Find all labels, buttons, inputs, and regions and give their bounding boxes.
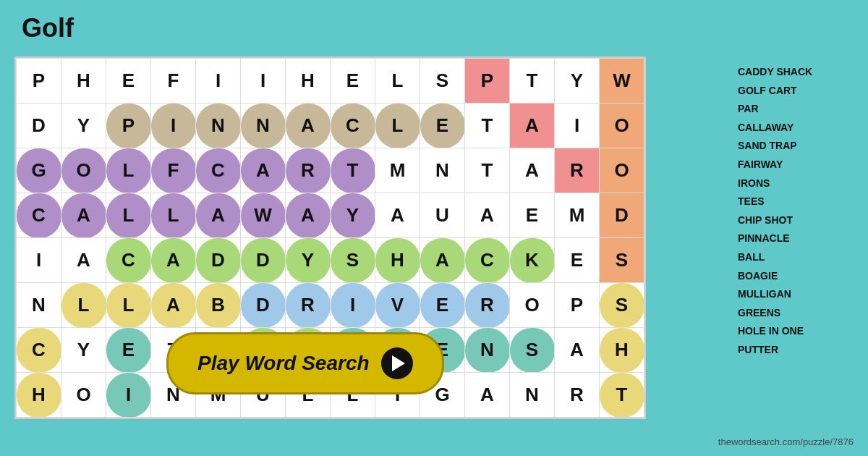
word-item: PINNACLE (738, 232, 854, 246)
grid-cell: C (331, 104, 375, 148)
grid-cell: L (106, 283, 151, 328)
grid-cell: H (17, 373, 61, 418)
word-item: BALL (738, 250, 854, 265)
grid-cell: C (17, 328, 61, 373)
word-item: GOLF CART (738, 84, 854, 98)
grid-cell: A (375, 193, 420, 238)
grid-cell: M (375, 148, 420, 193)
grid-cell: I (151, 104, 196, 148)
grid-cell: O (61, 373, 106, 418)
grid-cell: O (600, 148, 644, 193)
grid-cell: P (106, 104, 151, 148)
play-icon (381, 347, 413, 379)
grid-cell: A (510, 148, 555, 193)
grid-cell: W (600, 59, 644, 104)
grid-cell: S (331, 238, 375, 283)
grid-cell: H (286, 59, 331, 104)
grid-cell: T (331, 148, 375, 193)
grid-cell: E (331, 59, 375, 104)
grid-cell: L (106, 193, 151, 238)
grid-cell: Y (331, 193, 375, 238)
grid-cell: L (151, 193, 196, 238)
grid-cell: A (61, 238, 106, 283)
word-item: HOLE IN ONE (738, 324, 854, 339)
grid-cell: C (465, 238, 510, 283)
grid-cell: O (61, 148, 106, 193)
grid-cell: R (286, 148, 331, 193)
grid-cell: E (555, 238, 600, 283)
grid-cell: I (555, 104, 600, 148)
play-button[interactable]: Play Word Search (166, 332, 444, 394)
grid-cell: I (331, 283, 375, 328)
grid-cell: I (196, 59, 241, 104)
grid-cell: A (465, 193, 510, 238)
grid-cell: D (196, 238, 241, 283)
word-item: IRONS (738, 177, 854, 191)
word-item: PUTTER (738, 343, 854, 358)
grid-cell: A (196, 193, 241, 238)
grid-cell: Y (61, 104, 106, 148)
grid-cell: F (151, 148, 196, 193)
grid-cell: R (286, 283, 331, 328)
grid-cell: H (375, 238, 420, 283)
grid-cell: L (61, 283, 106, 328)
grid-cell: H (61, 59, 106, 104)
grid-cell: S (600, 283, 644, 328)
grid-cell: I (241, 59, 286, 104)
word-item: CADDY SHACK (738, 65, 854, 80)
grid-cell: P (555, 283, 600, 328)
grid-cell: C (106, 238, 151, 283)
grid-cell: A (465, 373, 510, 418)
grid-cell: C (196, 148, 241, 193)
grid-cell: F (151, 59, 196, 104)
grid-cell: L (106, 148, 151, 193)
grid-cell: D (17, 104, 61, 148)
grid-cell: A (151, 283, 196, 328)
grid-cell: S (600, 238, 644, 283)
grid-cell: O (510, 283, 555, 328)
grid-cell: K (510, 238, 555, 283)
play-button-label: Play Word Search (197, 352, 370, 375)
grid-cell: R (465, 283, 510, 328)
grid-cell: S (510, 328, 555, 373)
grid-cell: N (510, 373, 555, 418)
grid-cell: P (17, 59, 61, 104)
grid-cell: A (61, 193, 106, 238)
grid-cell: O (600, 104, 644, 148)
grid-cell: D (600, 193, 644, 238)
grid-cell: L (375, 59, 420, 104)
word-item: CALLAWAY (738, 121, 854, 135)
grid-cell: E (106, 59, 151, 104)
grid-cell: Y (61, 328, 106, 373)
grid-cell: A (510, 104, 555, 148)
word-item: SAND TRAP (738, 139, 854, 153)
grid-cell: E (420, 283, 465, 328)
grid-cell: N (465, 328, 510, 373)
grid-cell: Y (555, 59, 600, 104)
grid-cell: S (420, 59, 465, 104)
grid-cell: C (17, 193, 61, 238)
grid-cell: T (510, 59, 555, 104)
grid-cell: G (17, 148, 61, 193)
grid-cell: M (555, 193, 600, 238)
grid-cell: E (106, 328, 151, 373)
grid-cell: P (465, 59, 510, 104)
grid-cell: N (17, 283, 61, 328)
grid-cell: R (555, 373, 600, 418)
grid-cell: N (196, 104, 241, 148)
word-item: CHIP SHOT (738, 214, 854, 228)
word-item: FAIRWAY (738, 158, 854, 172)
grid-cell: N (420, 148, 465, 193)
grid-cell: I (17, 238, 61, 283)
grid-cell: N (241, 104, 286, 148)
grid-cell: A (286, 104, 331, 148)
grid-cell: E (420, 104, 465, 148)
grid-cell: I (106, 373, 151, 418)
grid-cell: B (196, 283, 241, 328)
grid-cell: W (241, 193, 286, 238)
grid-cell: T (465, 104, 510, 148)
page-title: Golf (22, 13, 74, 43)
word-item: BOAGIE (738, 269, 854, 284)
grid-cell: T (465, 148, 510, 193)
grid-cell: A (151, 238, 196, 283)
